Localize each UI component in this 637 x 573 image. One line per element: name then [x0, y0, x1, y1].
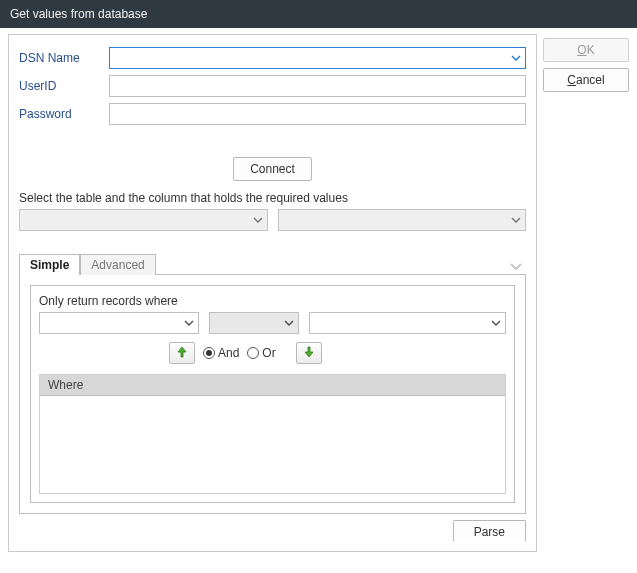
parse-row: Parse: [19, 520, 526, 541]
tab-simple-label: Simple: [30, 258, 69, 272]
connect-row: Connect: [19, 157, 526, 181]
arrow-up-icon: [176, 345, 188, 362]
andor-row: And Or: [39, 342, 506, 364]
radio-and-label: And: [218, 346, 239, 360]
ok-button: OK: [543, 38, 629, 62]
column-combo[interactable]: [278, 209, 527, 231]
connect-label: Connect: [250, 162, 295, 176]
filter-group: Only return records where: [30, 285, 515, 503]
password-row: Password: [19, 103, 526, 125]
password-label: Password: [19, 107, 109, 121]
ok-underline: O: [577, 43, 586, 57]
radio-circle-icon: [247, 347, 259, 359]
userid-label: UserID: [19, 79, 109, 93]
radio-or[interactable]: Or: [247, 346, 275, 360]
filter-value-combo[interactable]: [309, 312, 506, 334]
parse-label: Parse: [474, 525, 505, 539]
where-header: Where: [40, 375, 505, 396]
tabpanel-simple: Only return records where: [19, 274, 526, 514]
titlebar: Get values from database: [0, 0, 637, 28]
password-input[interactable]: [109, 103, 526, 125]
tab-advanced[interactable]: Advanced: [80, 254, 155, 275]
tabstrip: Simple Advanced: [19, 253, 526, 274]
connect-button[interactable]: Connect: [233, 157, 312, 181]
cancel-underline: C: [567, 73, 576, 87]
chevron-down-icon: [253, 217, 263, 223]
userid-row: UserID: [19, 75, 526, 97]
parse-button[interactable]: Parse: [453, 520, 526, 541]
dsn-label: DSN Name: [19, 51, 109, 65]
radio-circle-icon: [203, 347, 215, 359]
content-area: DSN Name UserID Password Co: [0, 28, 637, 560]
chevron-down-icon: [284, 320, 294, 326]
userid-input[interactable]: [109, 75, 526, 97]
window-title: Get values from database: [10, 7, 147, 21]
cancel-button[interactable]: Cancel: [543, 68, 629, 92]
chevron-down-icon: [491, 320, 501, 326]
dsn-row: DSN Name: [19, 47, 526, 69]
main-panel: DSN Name UserID Password Co: [8, 34, 537, 552]
radio-or-label: Or: [262, 346, 275, 360]
where-grid[interactable]: Where: [39, 374, 506, 494]
chevron-down-icon: [511, 55, 521, 61]
collapse-icon[interactable]: [510, 260, 526, 274]
radio-and[interactable]: And: [203, 346, 239, 360]
table-column-combos: [19, 209, 526, 231]
tabs-wrap: Simple Advanced Only return records wher…: [19, 253, 526, 514]
filter-field-combo[interactable]: [39, 312, 199, 334]
tab-simple[interactable]: Simple: [19, 254, 80, 275]
select-table-instruction: Select the table and the column that hol…: [19, 191, 526, 205]
filter-row: [39, 312, 506, 334]
filter-heading: Only return records where: [39, 294, 506, 308]
cancel-rest: ancel: [576, 73, 605, 87]
chevron-down-icon: [184, 320, 194, 326]
move-up-button[interactable]: [169, 342, 195, 364]
ok-rest: K: [587, 43, 595, 57]
move-down-button[interactable]: [296, 342, 322, 364]
tab-advanced-label: Advanced: [91, 258, 144, 272]
right-buttons: OK Cancel: [543, 34, 629, 552]
arrow-down-icon: [303, 345, 315, 362]
filter-operator-combo[interactable]: [209, 312, 299, 334]
chevron-down-icon: [511, 217, 521, 223]
table-combo[interactable]: [19, 209, 268, 231]
dsn-combo[interactable]: [109, 47, 526, 69]
